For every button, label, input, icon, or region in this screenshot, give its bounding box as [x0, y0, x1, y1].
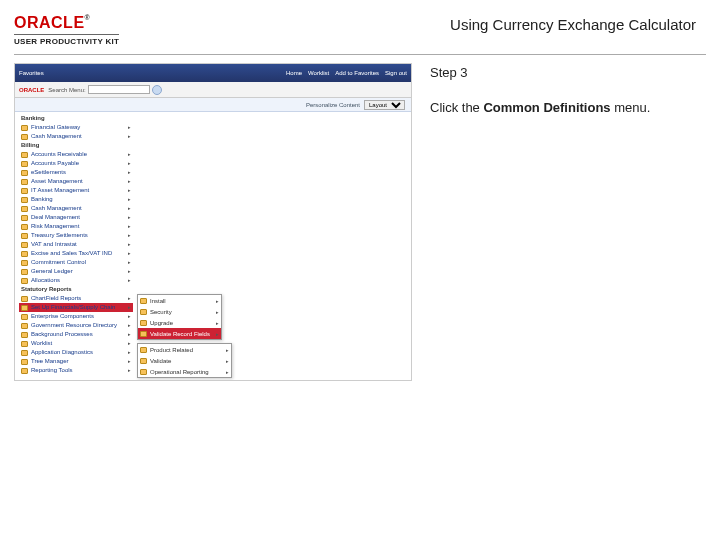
nav-item[interactable]: eSettlements▸ — [19, 168, 133, 177]
submenu-item[interactable]: Security▸ — [138, 306, 221, 317]
chevron-right-icon: ▸ — [128, 321, 131, 330]
folder-icon — [140, 309, 147, 315]
submenu-common-definitions[interactable]: Product Related▸Validate▸Operational Rep… — [137, 343, 232, 378]
step-text-bold: Common Definitions — [483, 100, 610, 115]
chevron-right-icon: ▸ — [226, 358, 229, 364]
submenu-item[interactable]: Upgrade▸ — [138, 317, 221, 328]
personalize-strip: Personalize Content Layout — [15, 98, 411, 112]
nav-item[interactable]: Enterprise Components▸ — [19, 312, 133, 321]
nav-label: General Ledger — [31, 267, 73, 276]
nav-label: Statutory Reports — [21, 285, 72, 294]
submenu-setup[interactable]: Install▸Security▸Upgrade▸Validate Record… — [137, 294, 222, 340]
nav-label: Accounts Payable — [31, 159, 79, 168]
submenu-label: Security — [150, 309, 172, 315]
chevron-right-icon: ▸ — [128, 213, 131, 222]
nav-item[interactable]: Deal Management▸ — [19, 213, 133, 222]
submenu-item[interactable]: Validate Record Fields▸ — [138, 328, 221, 339]
nav-item[interactable]: Worklist▸ — [19, 339, 133, 348]
nav-item[interactable]: General Ledger▸ — [19, 267, 133, 276]
folder-icon — [21, 224, 28, 230]
app-logo: ORACLE — [19, 87, 44, 93]
nav-item[interactable]: Excise and Sales Tax/VAT IND▸ — [19, 249, 133, 258]
nav-item[interactable]: Background Processes▸ — [19, 330, 133, 339]
nav-item[interactable]: VAT and Intrastat▸ — [19, 240, 133, 249]
nav-label: Cash Management — [31, 204, 82, 213]
submenu-item[interactable]: Operational Reporting▸ — [138, 366, 231, 377]
chevron-right-icon: ▸ — [128, 348, 131, 357]
nav-item[interactable]: Risk Management▸ — [19, 222, 133, 231]
divider — [14, 54, 706, 55]
folder-icon — [140, 347, 147, 353]
folder-icon — [21, 179, 28, 185]
submenu-label: Operational Reporting — [150, 369, 209, 375]
link-signout[interactable]: Sign out — [385, 70, 407, 76]
chevron-right-icon: ▸ — [128, 231, 131, 240]
nav-label: Banking — [31, 195, 53, 204]
nav-label: Reporting Tools — [31, 366, 73, 375]
nav-item[interactable]: Application Diagnostics▸ — [19, 348, 133, 357]
nav-label: eSettlements — [31, 168, 66, 177]
nav-item[interactable]: Financial Gateway▸ — [19, 123, 133, 132]
nav-item[interactable]: Cash Management▸ — [19, 204, 133, 213]
nav-item[interactable]: IT Asset Management▸ — [19, 186, 133, 195]
nav-item[interactable]: Accounts Receivable▸ — [19, 150, 133, 159]
folder-icon — [140, 320, 147, 326]
folder-icon — [21, 161, 28, 167]
nav-heading: Statutory Reports — [19, 285, 133, 294]
folder-icon — [21, 197, 28, 203]
instruction-panel: Step 3 Click the Common Definitions menu… — [430, 63, 706, 381]
chevron-right-icon: ▸ — [128, 312, 131, 321]
go-button-icon[interactable] — [152, 85, 162, 95]
nav-label: Banking — [21, 114, 45, 123]
submenu-item[interactable]: Validate▸ — [138, 355, 231, 366]
chevron-right-icon: ▸ — [216, 309, 219, 315]
nav-item[interactable]: Reporting Tools▸ — [19, 366, 133, 375]
nav-item[interactable]: Commitment Control▸ — [19, 258, 133, 267]
nav-item[interactable]: Asset Management▸ — [19, 177, 133, 186]
link-worklist[interactable]: Worklist — [308, 70, 329, 76]
nav-item[interactable]: Allocations▸ — [19, 276, 133, 285]
nav-item[interactable]: Set Up Financials/Supply Chain▸ — [19, 303, 133, 312]
chevron-right-icon: ▸ — [216, 331, 219, 337]
folder-icon — [21, 233, 28, 239]
nav-item[interactable]: Government Resource Directory▸ — [19, 321, 133, 330]
folder-icon — [21, 215, 28, 221]
nav-item[interactable]: Accounts Payable▸ — [19, 159, 133, 168]
search-menu-label: Search Menu: — [48, 87, 85, 93]
personalize-label: Personalize Content — [306, 102, 360, 108]
submenu-item[interactable]: Product Related▸ — [138, 344, 231, 355]
nav-label: Billing — [21, 141, 39, 150]
chevron-right-icon: ▸ — [128, 258, 131, 267]
chevron-right-icon: ▸ — [128, 195, 131, 204]
personalize-select[interactable]: Layout — [364, 100, 405, 110]
brand-name: ORACLE® — [14, 14, 119, 32]
search-input[interactable] — [88, 85, 150, 94]
chevron-right-icon: ▸ — [128, 303, 131, 312]
app-top-left[interactable]: Favorites — [19, 70, 44, 76]
nav-label: Allocations — [31, 276, 60, 285]
chevron-right-icon: ▸ — [128, 294, 131, 303]
nav-item[interactable]: Banking▸ — [19, 195, 133, 204]
folder-icon — [21, 188, 28, 194]
chevron-right-icon: ▸ — [128, 150, 131, 159]
submenu-item[interactable]: Install▸ — [138, 295, 221, 306]
nav-label: Background Processes — [31, 330, 93, 339]
nav-sidebar[interactable]: BankingFinancial Gateway▸Cash Management… — [15, 112, 133, 375]
brand-block: ORACLE® USER PRODUCTIVITY KIT — [14, 14, 119, 46]
brand-tm: ® — [85, 14, 91, 21]
step-text: Click the Common Definitions menu. — [430, 100, 706, 115]
nav-label: Treasury Settlements — [31, 231, 88, 240]
link-add-favorites[interactable]: Add to Favorites — [335, 70, 379, 76]
chevron-right-icon: ▸ — [128, 186, 131, 195]
nav-item[interactable]: Cash Management▸ — [19, 132, 133, 141]
nav-label: Accounts Receivable — [31, 150, 87, 159]
nav-item[interactable]: ChartField Reports▸ — [19, 294, 133, 303]
nav-item[interactable]: Treasury Settlements▸ — [19, 231, 133, 240]
chevron-right-icon: ▸ — [128, 159, 131, 168]
folder-icon — [21, 242, 28, 248]
link-home[interactable]: Home — [286, 70, 302, 76]
chevron-right-icon: ▸ — [128, 222, 131, 231]
nav-label: ChartField Reports — [31, 294, 81, 303]
nav-item[interactable]: Tree Manager▸ — [19, 357, 133, 366]
folder-icon — [21, 278, 28, 284]
